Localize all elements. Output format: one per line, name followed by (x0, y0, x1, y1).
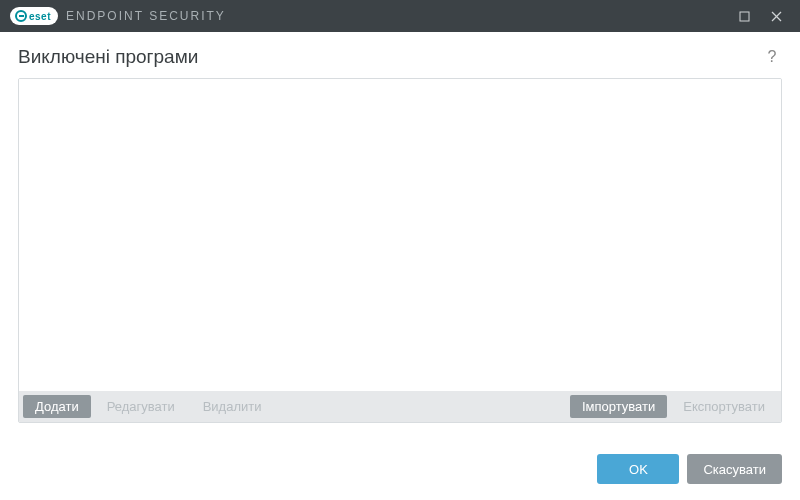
help-icon: ? (768, 48, 777, 66)
edit-button: Редагувати (95, 395, 187, 418)
exclusions-list[interactable] (19, 79, 781, 391)
brand-text: eset (29, 11, 51, 22)
help-button[interactable]: ? (762, 47, 782, 67)
cancel-button[interactable]: Скасувати (687, 454, 782, 484)
window-close-button[interactable] (760, 0, 792, 32)
close-icon (771, 11, 782, 22)
delete-button: Видалити (191, 395, 274, 418)
brand-icon (15, 10, 27, 22)
import-button[interactable]: Імпортувати (570, 395, 667, 418)
content: Додати Редагувати Видалити Імпортувати Е… (0, 78, 800, 423)
maximize-icon (739, 11, 750, 22)
ok-button[interactable]: OK (597, 454, 679, 484)
add-button[interactable]: Додати (23, 395, 91, 418)
footer: OK Скасувати (0, 440, 800, 500)
exclusions-panel: Додати Редагувати Видалити Імпортувати Е… (18, 78, 782, 423)
window-maximize-button[interactable] (728, 0, 760, 32)
svg-rect-0 (740, 12, 749, 21)
header: Виключені програми ? (0, 32, 800, 78)
titlebar: eset ENDPOINT SECURITY (0, 0, 800, 32)
brand-logo: eset (10, 7, 58, 25)
page-title: Виключені програми (18, 46, 198, 68)
product-name: ENDPOINT SECURITY (66, 9, 226, 23)
export-button: Експортувати (671, 395, 777, 418)
list-toolbar: Додати Редагувати Видалити Імпортувати Е… (19, 391, 781, 422)
